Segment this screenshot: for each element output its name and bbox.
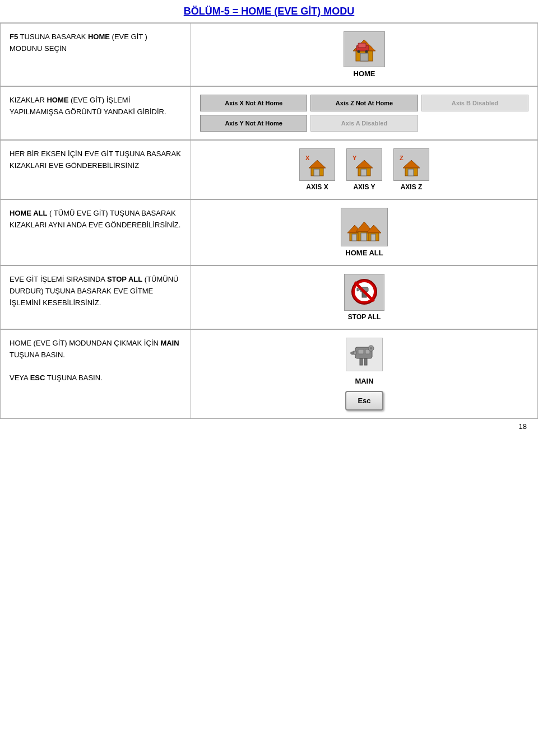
svg-text:Y: Y <box>353 155 357 161</box>
stop-all-svg <box>348 278 381 307</box>
stop-all-label: STOP ALL <box>348 313 381 321</box>
row-axis-individual: HER BİR EKSEN İÇİN EVE GİT TUŞUNA BASARA… <box>1 140 538 199</box>
home-all-container: HOME ALL <box>200 208 528 257</box>
page-header: BÖLÜM-5 = HOME (EVE GİT) MODU <box>0 0 538 23</box>
text-kizaklar: KIZAKLAR HOME (EVE GİT) İŞLEMİ YAPILMAMI… <box>10 95 182 118</box>
main-svg <box>350 342 379 367</box>
right-col-1: HOME <box>191 24 538 87</box>
svg-rect-18 <box>408 169 414 176</box>
svg-rect-2 <box>360 53 368 61</box>
f5-text1: TUSUNA BASARAK <box>20 32 88 41</box>
axis-a-btn: Axis A Disabled <box>310 115 418 132</box>
main-esc-container: MAIN Esc <box>200 338 528 410</box>
right-col-3: X AXIS X Y <box>191 140 538 199</box>
axis-y-icon-box: Y <box>346 148 382 181</box>
axis-icons-row: X AXIS X Y <box>200 148 528 191</box>
axis-z-btn: Axis Z Not At Home <box>310 95 418 111</box>
home-car-svg <box>347 35 381 63</box>
left-col-1: F5 TUSUNA BASARAK HOME (EVE GİT ) MODUNU… <box>1 24 191 87</box>
text-her-eksen: HER BİR EKSEN İÇİN EVE GİT TUŞUNA BASARA… <box>10 148 182 172</box>
main-icon-box <box>346 338 383 371</box>
right-col-6: MAIN Esc <box>191 329 538 419</box>
svg-text:Z: Z <box>400 155 404 161</box>
svg-rect-35 <box>358 349 364 354</box>
home-text-label: HOME <box>354 69 375 78</box>
svg-marker-42 <box>351 352 353 354</box>
text-stop-all: EVE GİT İŞLEMİ SIRASINDA STOP ALL (TÜMÜN… <box>10 274 182 309</box>
axis-z-icon-box: Z <box>393 148 429 181</box>
row-f5-home: F5 TUSUNA BASARAK HOME (EVE GİT ) MODUNU… <box>1 24 538 87</box>
svg-marker-12 <box>356 160 373 168</box>
axis-status-row2: Axis Y Not At Home Axis A Disabled <box>200 115 528 132</box>
svg-rect-4 <box>358 43 366 48</box>
main-bold: MAIN <box>160 339 179 347</box>
axis-status-row1: Axis X Not At Home Axis Z Not At Home Ax… <box>200 95 528 111</box>
main-label: MAIN <box>355 377 373 385</box>
axis-z-block: Z AXIS Z <box>393 148 429 191</box>
svg-point-5 <box>358 50 360 53</box>
axis-y-label: AXIS Y <box>353 183 375 191</box>
stop-all-container: STOP ALL <box>200 274 528 321</box>
text-f5: F5 TUSUNA BASARAK HOME (EVE GİT ) MODUNU… <box>10 31 182 55</box>
right-col-5: STOP ALL <box>191 265 538 329</box>
svg-rect-24 <box>361 233 367 241</box>
axis-y-btn: Axis Y Not At Home <box>200 115 307 132</box>
axis-x-svg: X <box>303 152 331 177</box>
right-col-4: HOME ALL <box>191 199 538 265</box>
left-col-4: HOME ALL ( TÜMÜ EVE GİT) TUŞUNA BASARAK … <box>1 199 191 265</box>
svg-point-40 <box>370 347 372 349</box>
text-main-esc: HOME (EVE GİT) MODUNDAN ÇIKMAK İÇİN MAIN… <box>10 338 182 384</box>
page-title: BÖLÜM-5 = HOME (EVE GİT) MODU <box>184 6 355 17</box>
svg-rect-37 <box>360 358 363 365</box>
axis-b-btn: Axis B Disabled <box>421 95 528 111</box>
esc-button[interactable]: Esc <box>345 391 383 410</box>
svg-text:X: X <box>305 155 310 161</box>
veya-text: VEYA <box>10 374 30 382</box>
axis-x-icon-box: X <box>299 148 335 181</box>
f5-label: F5 <box>10 32 18 41</box>
home-label-text: HOME <box>88 32 110 41</box>
kizaklar-text1: KIZAKLAR <box>10 96 47 104</box>
axis-x-label: AXIS X <box>306 183 328 191</box>
left-col-6: HOME (EVE GİT) MODUNDAN ÇIKMAK İÇİN MAIN… <box>1 329 191 419</box>
svg-rect-14 <box>361 169 367 176</box>
home-top-icon-block: HOME <box>200 31 528 78</box>
axis-empty <box>421 115 528 132</box>
page-container: BÖLÜM-5 = HOME (EVE GİT) MODU F5 TUSUNA … <box>0 0 538 756</box>
axis-x-block: X AXIS X <box>299 148 335 191</box>
home-all-icon-box <box>341 208 388 246</box>
svg-rect-41 <box>353 351 356 354</box>
home-all-bold: HOME ALL <box>10 209 47 217</box>
left-col-3: HER BİR EKSEN İÇİN EVE GİT TUŞUNA BASARA… <box>1 140 191 199</box>
svg-marker-16 <box>403 160 420 168</box>
home-icon-box <box>344 31 385 67</box>
home-all-svg <box>345 212 384 242</box>
stop-text1: EVE GİT İŞLEMİ SIRASINDA <box>10 275 107 283</box>
axis-x-btn: Axis X Not At Home <box>200 95 307 111</box>
row-main-esc: HOME (EVE GİT) MODUNDAN ÇIKMAK İÇİN MAIN… <box>1 329 538 419</box>
svg-point-6 <box>365 50 368 53</box>
text-home-all: HOME ALL ( TÜMÜ EVE GİT) TUŞUNA BASARAK … <box>10 208 182 231</box>
main-text1: HOME (EVE GİT) MODUNDAN ÇIKMAK İÇİN <box>10 339 160 347</box>
axis-y-svg: Y <box>350 152 378 177</box>
main-text2: TUŞUNA BASIN. <box>10 351 65 359</box>
svg-rect-21 <box>352 234 356 241</box>
axis-status-container: Axis X Not At Home Axis Z Not At Home Ax… <box>200 95 528 132</box>
right-col-2: Axis X Not At Home Axis Z Not At Home Ax… <box>191 86 538 140</box>
svg-rect-27 <box>371 234 375 241</box>
left-col-5: EVE GİT İŞLEMİ SIRASINDA STOP ALL (TÜMÜN… <box>1 265 191 329</box>
esc-bold: ESC <box>30 374 45 382</box>
svg-rect-10 <box>314 169 319 176</box>
page-number: 18 <box>0 419 538 434</box>
main-table: F5 TUSUNA BASARAK HOME (EVE GİT ) MODUNU… <box>0 23 538 419</box>
kizaklar-home: HOME <box>47 96 68 104</box>
svg-marker-8 <box>309 160 326 168</box>
left-col-2: KIZAKLAR HOME (EVE GİT) İŞLEMİ YAPILMAMI… <box>1 86 191 140</box>
axis-z-label: AXIS Z <box>401 183 423 191</box>
row-home-all: HOME ALL ( TÜMÜ EVE GİT) TUŞUNA BASARAK … <box>1 199 538 265</box>
esc-text: TUŞUNA BASIN. <box>47 374 103 382</box>
home-all-label: HOME ALL <box>345 249 383 257</box>
row-axis-status: KIZAKLAR HOME (EVE GİT) İŞLEMİ YAPILMAMI… <box>1 86 538 140</box>
svg-rect-38 <box>364 358 367 365</box>
axis-z-svg: Z <box>397 152 425 177</box>
